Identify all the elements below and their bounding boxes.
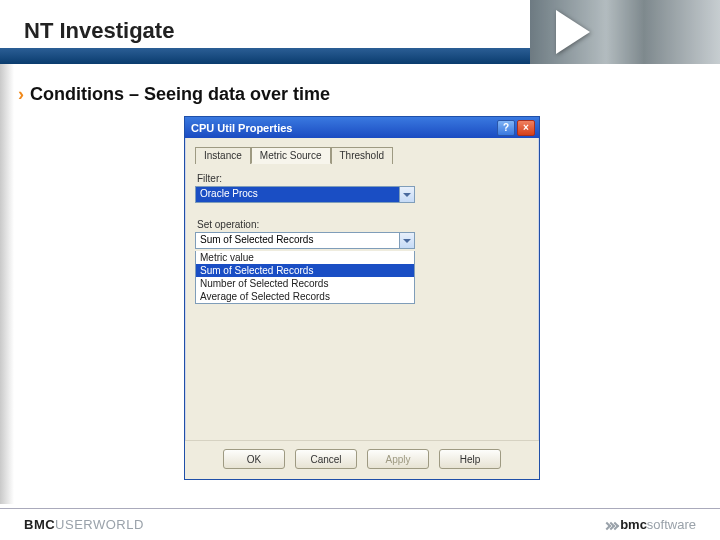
slide-footer: BMCUSERWORLD bmcsoftware — [0, 508, 720, 540]
footer-left-logo: BMCUSERWORLD — [24, 517, 144, 532]
subtitle: ›Conditions – Seeing data over time — [18, 84, 720, 105]
subtitle-text: Conditions – Seeing data over time — [30, 84, 330, 104]
apply-button[interactable]: Apply — [367, 449, 429, 469]
filter-dropdown-icon[interactable] — [399, 187, 414, 202]
left-gradient-edge — [0, 64, 14, 504]
ok-button[interactable]: OK — [223, 449, 285, 469]
dialog-button-row: OK Cancel Apply Help — [185, 440, 539, 479]
list-item[interactable]: Number of Selected Records — [196, 277, 414, 290]
tab-threshold[interactable]: Threshold — [331, 147, 393, 164]
filter-value: Oracle Procs — [196, 187, 399, 202]
setop-listbox[interactable]: Metric value Sum of Selected Records Num… — [195, 251, 415, 304]
setop-combo[interactable]: Sum of Selected Records — [195, 232, 415, 249]
dialog-body: Instance Metric Source Threshold Filter:… — [185, 138, 539, 440]
filter-label: Filter: — [197, 173, 529, 184]
properties-dialog: CPU Util Properties ? × Instance Metric … — [184, 116, 540, 480]
tab-row: Instance Metric Source Threshold — [195, 146, 529, 163]
dialog-titlebar[interactable]: CPU Util Properties ? × — [185, 117, 539, 138]
list-item[interactable]: Sum of Selected Records — [196, 264, 414, 277]
slide-header: NT Investigate — [0, 0, 720, 70]
filter-combo[interactable]: Oracle Procs — [195, 186, 415, 203]
footer-software: software — [647, 517, 696, 532]
footer-userworld: USERWORLD — [55, 517, 144, 532]
close-button[interactable]: × — [517, 120, 535, 136]
dialog-title: CPU Util Properties — [191, 122, 495, 134]
bmc-chevron-icon — [604, 517, 616, 532]
help-button-bottom[interactable]: Help — [439, 449, 501, 469]
tab-instance[interactable]: Instance — [195, 147, 251, 164]
list-item[interactable]: Average of Selected Records — [196, 290, 414, 303]
setop-dropdown-icon[interactable] — [399, 233, 414, 248]
tab-metric-source[interactable]: Metric Source — [251, 147, 331, 164]
footer-right-logo: bmcsoftware — [604, 517, 696, 532]
setop-value: Sum of Selected Records — [196, 233, 399, 248]
footer-bmc: BMC — [24, 517, 55, 532]
cancel-button[interactable]: Cancel — [295, 449, 357, 469]
help-button[interactable]: ? — [497, 120, 515, 136]
slide-title: NT Investigate — [24, 18, 174, 44]
chevron-icon: › — [18, 84, 24, 104]
setop-label: Set operation: — [197, 219, 529, 230]
footer-bmc2: bmc — [620, 517, 647, 532]
play-triangle-icon — [556, 10, 590, 54]
list-item[interactable]: Metric value — [196, 251, 414, 264]
